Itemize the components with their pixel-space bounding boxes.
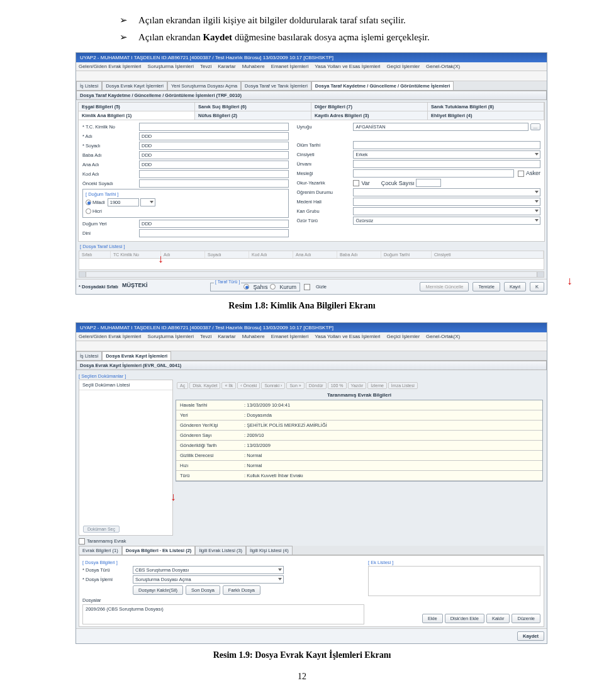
dokuman-sec-button[interactable]: Doküman Seç	[83, 526, 120, 533]
radio-kurum[interactable]	[270, 284, 276, 290]
label-medeni: Medeni Hali	[296, 199, 353, 205]
input-olum[interactable]	[353, 141, 540, 149]
tab-active[interactable]: Dosya Taraf Kaydetme / Güncelleme / Görü…	[311, 81, 454, 90]
input-sifat[interactable]: MÜŞTEKİ	[122, 282, 191, 291]
menu-item[interactable]: Genel-Ortak(X)	[426, 334, 460, 339]
nav-btn[interactable]: Yazdır	[348, 382, 367, 389]
input-unvan[interactable]	[353, 160, 540, 168]
menu-item[interactable]: Soruşturma İşlemleri	[148, 64, 194, 69]
input-dini[interactable]	[139, 229, 289, 237]
menu-item[interactable]: Geçici İşlemler	[387, 334, 420, 339]
col-header[interactable]: Nüfus Bilgileri (2)	[195, 111, 311, 120]
nav-btn[interactable]: 100 %	[328, 382, 347, 389]
col-header[interactable]: Diğer Bilgileri (7)	[311, 103, 428, 111]
select-ozur[interactable]: Özürsüz	[353, 217, 540, 225]
menu-item[interactable]: Genel-Ortak(X)	[426, 64, 460, 69]
select-dosya-turu[interactable]: CBS Soruşturma Dosyası	[133, 566, 284, 574]
radio-hicri[interactable]	[86, 208, 91, 214]
button-duzenle[interactable]: Düzenle	[512, 614, 540, 623]
tab[interactable]: İş Listesi	[76, 351, 102, 360]
select-cinsiyet[interactable]: Erkek	[353, 150, 540, 159]
checkbox-taranmamis[interactable]	[79, 538, 85, 545]
input-adi[interactable]: DDD	[139, 132, 289, 140]
checkbox-var[interactable]	[353, 180, 359, 186]
input-cocuk[interactable]	[416, 179, 441, 187]
menu-item[interactable]: Kararlar	[218, 334, 235, 339]
col-header[interactable]: Ehliyet Bilgileri (4)	[428, 111, 544, 120]
checkbox-asker[interactable]	[518, 171, 524, 177]
col-header-active[interactable]: Kimlik Ana Bilgileri (1)	[79, 111, 195, 120]
menu-item[interactable]: Yasa Yolları ve Esas İşlemleri	[315, 334, 380, 339]
tab[interactable]: Dosya Taraf ve Tanık İşlemleri	[241, 81, 311, 90]
menu-item[interactable]: Geçici İşlemler	[387, 64, 420, 69]
tab[interactable]: İlgili Kişi Listesi (4)	[246, 546, 293, 555]
tab[interactable]: İş Listesi	[76, 81, 102, 90]
menu-item[interactable]: Yasa Yolları ve Esas İşlemleri	[315, 64, 380, 69]
button-ekle[interactable]: Ekle	[422, 614, 443, 623]
select-miladi[interactable]	[140, 198, 155, 206]
menu-item[interactable]: Kararlar	[218, 64, 235, 69]
nav-btn[interactable]: Son »	[286, 382, 304, 389]
input-soyadi[interactable]: DDD	[139, 142, 289, 150]
tab[interactable]: Yeni Soruşturma Dosyası Açma	[167, 81, 241, 90]
input-ana[interactable]: DDD	[139, 161, 289, 169]
menu-item[interactable]: Emanet İşlemleri	[271, 334, 309, 339]
menu-item[interactable]: Soruşturma İşlemleri	[148, 334, 194, 339]
button-diskden-ekle[interactable]: Disk'den Ekle	[445, 614, 484, 623]
dosyalar-box: 2009/266 (CBS Soruşturma Dosyası)	[82, 604, 364, 624]
select-kan[interactable]	[353, 207, 540, 215]
tab-active[interactable]: Dosya Bilgileri · Ek Listesi (2)	[122, 546, 196, 555]
input-baba[interactable]: DDD	[139, 151, 289, 159]
nav-btn[interactable]: Sonraki ›	[261, 382, 285, 389]
button-farkli-dosya[interactable]: Farklı Dosya	[223, 585, 260, 595]
info-row: Havale Tarihi : 13/03/2009 10:04:41	[176, 400, 542, 410]
checkbox-gizle[interactable]	[304, 284, 310, 290]
button-mernis[interactable]: Mernisle Güncelle	[420, 282, 469, 291]
tab[interactable]: Evrak Bilgileri (1)	[79, 546, 122, 555]
select-medeni[interactable]	[353, 198, 540, 206]
input-kod[interactable]	[139, 170, 289, 178]
input-miladi-year[interactable]: 1900	[108, 198, 139, 206]
menu-item[interactable]: Gelen/Giden Evrak İşlemleri	[79, 64, 142, 69]
col-header[interactable]: Eşgal Bilgileri (5)	[79, 103, 195, 111]
nav-btn[interactable]: « İlk	[221, 382, 236, 389]
nav-btn[interactable]: İzleme	[367, 382, 387, 389]
menu-item[interactable]: Emanet İşlemleri	[271, 64, 309, 69]
menu-item[interactable]: Tevzi	[200, 334, 211, 339]
input-meslek[interactable]	[353, 169, 514, 178]
button-k[interactable]: K	[530, 282, 544, 291]
input-dogum-yeri[interactable]: DDD	[139, 220, 289, 228]
nav-btn[interactable]: ‹ Önceki	[237, 382, 260, 389]
col-header[interactable]: Sanık Suç Bilgileri (6)	[195, 103, 311, 111]
button-temizle[interactable]: Temizle	[473, 282, 500, 291]
menu-item[interactable]: Gelen/Giden Evrak İşlemleri	[79, 334, 142, 339]
col-header[interactable]: Sanık Tutuklama Bilgileri (8)	[428, 103, 544, 111]
button-dosya-sil[interactable]: Dosyayı Kaldır(Sil)	[133, 585, 183, 595]
input-tc[interactable]	[139, 123, 289, 131]
button-kaldir[interactable]: Kaldır	[486, 614, 510, 623]
nav-btn[interactable]: Aç	[177, 382, 188, 389]
scrollbar-horizontal[interactable]	[79, 271, 544, 278]
radio-sahis[interactable]	[243, 284, 249, 290]
button-son-dosya[interactable]: Son Dosya	[186, 585, 220, 595]
button-kaydet[interactable]: Kaydet	[517, 631, 544, 641]
menu-item[interactable]: Muhabere	[242, 334, 265, 339]
menu-item[interactable]: Muhabere	[242, 64, 265, 69]
select-ogrenim[interactable]	[353, 188, 540, 196]
button-kayit[interactable]: Kayıt	[504, 282, 526, 291]
tab[interactable]: İlgili Evrak Listesi (3)	[195, 546, 246, 555]
tab-active[interactable]: Dosya Evrak Kayıt İşlemleri	[102, 351, 171, 360]
tab[interactable]: Dosya Evrak Kayıt İşlemleri	[102, 81, 167, 90]
input-onceki[interactable]	[139, 179, 289, 188]
nav-btn[interactable]: İmza Listesi	[388, 382, 418, 389]
menu-item[interactable]: Tevzi	[200, 64, 211, 69]
select-sifat[interactable]	[195, 282, 206, 291]
bullet-item: Açılan ekrandan ilgili kişiye ait bilgil…	[101, 13, 528, 28]
radio-miladi[interactable]	[86, 200, 91, 205]
lookup-button[interactable]: ...	[530, 123, 540, 130]
input-uyrugu[interactable]: AFGANİSTAN	[353, 123, 528, 131]
select-dosya-islem[interactable]: Soruşturma Dosyası Açma	[133, 575, 284, 584]
col-header[interactable]: Kayıtlı Adres Bilgileri (3)	[311, 111, 428, 120]
nav-btn[interactable]: Disk. Kaydet	[189, 382, 220, 389]
nav-btn[interactable]: Döndür	[306, 382, 327, 389]
